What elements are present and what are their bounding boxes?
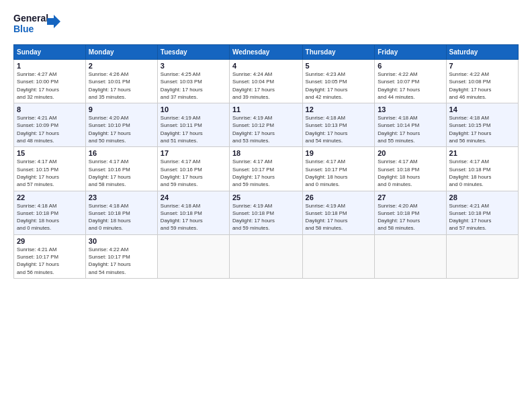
day-info: Sunrise: 4:17 AMSunset: 10:16 PMDaylight… xyxy=(89,158,154,188)
day-info: Sunrise: 4:18 AMSunset: 10:18 PMDaylight… xyxy=(89,202,154,232)
day-info: Sunrise: 4:17 AMSunset: 10:17 PMDaylight… xyxy=(232,158,300,188)
day-info: Sunrise: 4:24 AMSunset: 10:04 PMDaylight… xyxy=(232,71,300,101)
calendar-cell: 15Sunrise: 4:17 AMSunset: 10:15 PMDaylig… xyxy=(14,147,86,191)
day-number: 5 xyxy=(306,62,372,70)
day-info: Sunrise: 4:22 AMSunset: 10:07 PMDaylight… xyxy=(378,71,443,101)
calendar-cell: 19Sunrise: 4:17 AMSunset: 10:17 PMDaylig… xyxy=(302,147,375,191)
calendar-cell: 11Sunrise: 4:19 AMSunset: 10:12 PMDaylig… xyxy=(229,103,302,147)
day-number: 25 xyxy=(232,193,300,201)
day-number: 11 xyxy=(232,105,300,113)
day-info: Sunrise: 4:19 AMSunset: 10:18 PMDaylight… xyxy=(306,202,372,232)
day-number: 15 xyxy=(17,149,83,157)
day-number: 3 xyxy=(161,62,226,70)
calendar-cell: 10Sunrise: 4:19 AMSunset: 10:11 PMDaylig… xyxy=(157,103,229,147)
calendar-cell: 24Sunrise: 4:18 AMSunset: 10:18 PMDaylig… xyxy=(157,191,229,234)
day-info: Sunrise: 4:18 AMSunset: 10:14 PMDaylight… xyxy=(378,114,443,144)
calendar-cell: 3Sunrise: 4:25 AMSunset: 10:03 PMDayligh… xyxy=(157,60,229,103)
calendar-cell: 26Sunrise: 4:19 AMSunset: 10:18 PMDaylig… xyxy=(302,191,375,234)
day-info: Sunrise: 4:17 AMSunset: 10:17 PMDaylight… xyxy=(306,158,372,188)
day-number: 19 xyxy=(306,149,372,157)
day-number: 29 xyxy=(17,237,83,245)
day-info: Sunrise: 4:19 AMSunset: 10:11 PMDaylight… xyxy=(161,114,226,144)
day-number: 13 xyxy=(378,105,443,113)
day-number: 6 xyxy=(378,62,443,70)
day-number: 16 xyxy=(89,149,154,157)
calendar-cell xyxy=(375,234,446,278)
calendar-cell: 17Sunrise: 4:17 AMSunset: 10:16 PMDaylig… xyxy=(157,147,229,191)
day-number: 21 xyxy=(449,149,515,157)
day-header-friday: Friday xyxy=(375,45,446,60)
page-header: General Blue xyxy=(13,12,519,38)
day-number: 22 xyxy=(17,193,83,201)
calendar-cell: 27Sunrise: 4:20 AMSunset: 10:18 PMDaylig… xyxy=(375,191,446,234)
day-info: Sunrise: 4:17 AMSunset: 10:18 PMDaylight… xyxy=(378,158,443,188)
calendar-week-row: 1Sunrise: 4:27 AMSunset: 10:00 PMDayligh… xyxy=(14,60,519,103)
day-info: Sunrise: 4:21 AMSunset: 10:09 PMDaylight… xyxy=(17,114,83,144)
svg-text:Blue: Blue xyxy=(13,24,34,34)
day-number: 28 xyxy=(449,193,515,201)
day-number: 23 xyxy=(89,193,154,201)
logo: General Blue xyxy=(13,12,60,38)
calendar-cell: 2Sunrise: 4:26 AMSunset: 10:01 PMDayligh… xyxy=(85,60,157,103)
day-number: 8 xyxy=(17,105,83,113)
calendar-cell: 1Sunrise: 4:27 AMSunset: 10:00 PMDayligh… xyxy=(14,60,86,103)
day-info: Sunrise: 4:20 AMSunset: 10:18 PMDaylight… xyxy=(378,202,443,232)
day-header-thursday: Thursday xyxy=(302,45,375,60)
calendar-cell: 20Sunrise: 4:17 AMSunset: 10:18 PMDaylig… xyxy=(375,147,446,191)
calendar-week-row: 29Sunrise: 4:21 AMSunset: 10:17 PMDaylig… xyxy=(14,234,519,278)
logo-svg: General Blue xyxy=(13,12,60,38)
calendar-cell: 4Sunrise: 4:24 AMSunset: 10:04 PMDayligh… xyxy=(229,60,302,103)
day-number: 2 xyxy=(89,62,154,70)
day-info: Sunrise: 4:18 AMSunset: 10:13 PMDaylight… xyxy=(306,114,372,144)
day-number: 24 xyxy=(161,193,226,201)
calendar-cell: 7Sunrise: 4:22 AMSunset: 10:08 PMDayligh… xyxy=(446,60,518,103)
day-number: 20 xyxy=(378,149,443,157)
calendar-cell xyxy=(302,234,375,278)
calendar-week-row: 8Sunrise: 4:21 AMSunset: 10:09 PMDayligh… xyxy=(14,103,519,147)
calendar-week-row: 22Sunrise: 4:18 AMSunset: 10:18 PMDaylig… xyxy=(14,191,519,234)
day-info: Sunrise: 4:20 AMSunset: 10:10 PMDaylight… xyxy=(89,114,154,144)
day-header-tuesday: Tuesday xyxy=(157,45,229,60)
day-info: Sunrise: 4:21 AMSunset: 10:18 PMDaylight… xyxy=(449,202,515,232)
calendar-week-row: 15Sunrise: 4:17 AMSunset: 10:15 PMDaylig… xyxy=(14,147,519,191)
day-info: Sunrise: 4:18 AMSunset: 10:18 PMDaylight… xyxy=(17,202,83,232)
calendar-cell: 21Sunrise: 4:17 AMSunset: 10:18 PMDaylig… xyxy=(446,147,518,191)
day-number: 17 xyxy=(161,149,226,157)
day-number: 30 xyxy=(89,237,154,245)
day-info: Sunrise: 4:23 AMSunset: 10:05 PMDaylight… xyxy=(306,71,372,101)
calendar-cell: 22Sunrise: 4:18 AMSunset: 10:18 PMDaylig… xyxy=(14,191,86,234)
day-header-wednesday: Wednesday xyxy=(229,45,302,60)
svg-text:General: General xyxy=(13,13,48,24)
day-number: 9 xyxy=(89,105,154,113)
day-header-monday: Monday xyxy=(85,45,157,60)
day-info: Sunrise: 4:26 AMSunset: 10:01 PMDaylight… xyxy=(89,71,154,101)
day-number: 27 xyxy=(378,193,443,201)
day-info: Sunrise: 4:27 AMSunset: 10:00 PMDaylight… xyxy=(17,71,83,101)
day-number: 1 xyxy=(17,62,83,70)
calendar-cell: 18Sunrise: 4:17 AMSunset: 10:17 PMDaylig… xyxy=(229,147,302,191)
day-info: Sunrise: 4:17 AMSunset: 10:16 PMDaylight… xyxy=(161,158,226,188)
calendar-cell: 25Sunrise: 4:19 AMSunset: 10:18 PMDaylig… xyxy=(229,191,302,234)
calendar-cell: 16Sunrise: 4:17 AMSunset: 10:16 PMDaylig… xyxy=(85,147,157,191)
calendar-cell: 9Sunrise: 4:20 AMSunset: 10:10 PMDayligh… xyxy=(85,103,157,147)
calendar-cell: 30Sunrise: 4:22 AMSunset: 10:17 PMDaylig… xyxy=(85,234,157,278)
day-info: Sunrise: 4:18 AMSunset: 10:18 PMDaylight… xyxy=(161,202,226,232)
calendar-cell: 5Sunrise: 4:23 AMSunset: 10:05 PMDayligh… xyxy=(302,60,375,103)
calendar-cell: 29Sunrise: 4:21 AMSunset: 10:17 PMDaylig… xyxy=(14,234,86,278)
calendar-table: SundayMondayTuesdayWednesdayThursdayFrid… xyxy=(13,44,519,279)
day-info: Sunrise: 4:22 AMSunset: 10:17 PMDaylight… xyxy=(89,246,154,276)
day-number: 12 xyxy=(306,105,372,113)
day-info: Sunrise: 4:22 AMSunset: 10:08 PMDaylight… xyxy=(449,71,515,101)
calendar-cell: 8Sunrise: 4:21 AMSunset: 10:09 PMDayligh… xyxy=(14,103,86,147)
day-number: 18 xyxy=(232,149,300,157)
calendar-header-row: SundayMondayTuesdayWednesdayThursdayFrid… xyxy=(14,45,519,60)
day-number: 26 xyxy=(306,193,372,201)
calendar-cell: 23Sunrise: 4:18 AMSunset: 10:18 PMDaylig… xyxy=(85,191,157,234)
calendar-cell: 12Sunrise: 4:18 AMSunset: 10:13 PMDaylig… xyxy=(302,103,375,147)
day-info: Sunrise: 4:19 AMSunset: 10:18 PMDaylight… xyxy=(232,202,300,232)
day-header-saturday: Saturday xyxy=(446,45,518,60)
calendar-cell: 14Sunrise: 4:18 AMSunset: 10:15 PMDaylig… xyxy=(446,103,518,147)
day-number: 14 xyxy=(449,105,515,113)
calendar-cell: 13Sunrise: 4:18 AMSunset: 10:14 PMDaylig… xyxy=(375,103,446,147)
calendar-cell: 6Sunrise: 4:22 AMSunset: 10:07 PMDayligh… xyxy=(375,60,446,103)
